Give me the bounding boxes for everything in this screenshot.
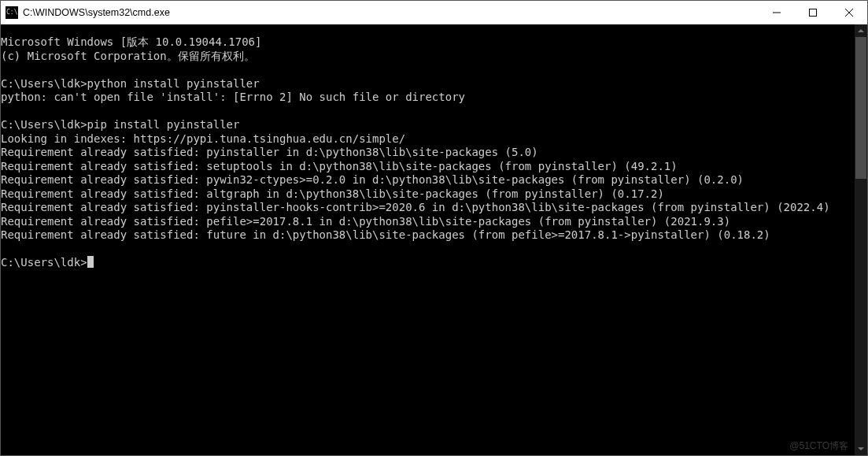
output-line: Requirement already satisfied: altgraph … xyxy=(1,187,664,200)
output-line: Requirement already satisfied: pefile>=2… xyxy=(1,215,730,228)
terminal-viewport[interactable]: Microsoft Windows [版本 10.0.19044.1706] (… xyxy=(1,24,855,455)
prompt: C:\Users\ldk> xyxy=(1,118,87,131)
typed-command: pip install pyinstaller xyxy=(87,118,240,131)
text-cursor xyxy=(87,256,94,268)
close-icon xyxy=(845,9,853,17)
cmd-icon xyxy=(6,6,18,19)
maximize-icon xyxy=(809,9,817,17)
minimize-icon xyxy=(773,9,781,17)
output-line: Looking in indexes: https://pypi.tuna.ts… xyxy=(1,132,405,145)
maximize-button[interactable] xyxy=(795,1,831,24)
output-line: Requirement already satisfied: pywin32-c… xyxy=(1,173,744,186)
output-line: Requirement already satisfied: pyinstall… xyxy=(1,201,830,213)
output-line: Requirement already satisfied: future in… xyxy=(1,228,770,241)
prompt: C:\Users\ldk> xyxy=(1,77,87,90)
cmd-window: C:\WINDOWS\system32\cmd.exe Microsoft Wi… xyxy=(0,0,868,456)
svg-rect-0 xyxy=(810,9,817,17)
scrollbar-thumb[interactable] xyxy=(855,37,866,179)
typed-command: python install pyinstaller xyxy=(87,77,260,90)
client-area: Microsoft Windows [版本 10.0.19044.1706] (… xyxy=(1,24,867,455)
banner-line: (c) Microsoft Corporation。保留所有权利。 xyxy=(1,50,255,62)
terminal-output[interactable]: Microsoft Windows [版本 10.0.19044.1706] (… xyxy=(1,35,855,455)
chevron-down-icon xyxy=(858,446,864,452)
window-title: C:\WINDOWS\system32\cmd.exe xyxy=(23,7,170,18)
scroll-up-button[interactable] xyxy=(855,24,867,37)
output-line: Requirement already satisfied: setuptool… xyxy=(1,160,678,172)
vertical-scrollbar[interactable] xyxy=(855,24,867,455)
titlebar[interactable]: C:\WINDOWS\system32\cmd.exe xyxy=(1,1,867,24)
banner-line: Microsoft Windows [版本 10.0.19044.1706] xyxy=(1,35,261,48)
minimize-button[interactable] xyxy=(759,1,795,24)
prompt: C:\Users\ldk> xyxy=(1,256,87,269)
close-button[interactable] xyxy=(831,1,867,24)
error-line: python: can't open file 'install': [Errn… xyxy=(1,91,465,103)
scroll-down-button[interactable] xyxy=(855,443,867,455)
chevron-up-icon xyxy=(858,28,864,34)
output-line: Requirement already satisfied: pyinstall… xyxy=(1,146,538,158)
